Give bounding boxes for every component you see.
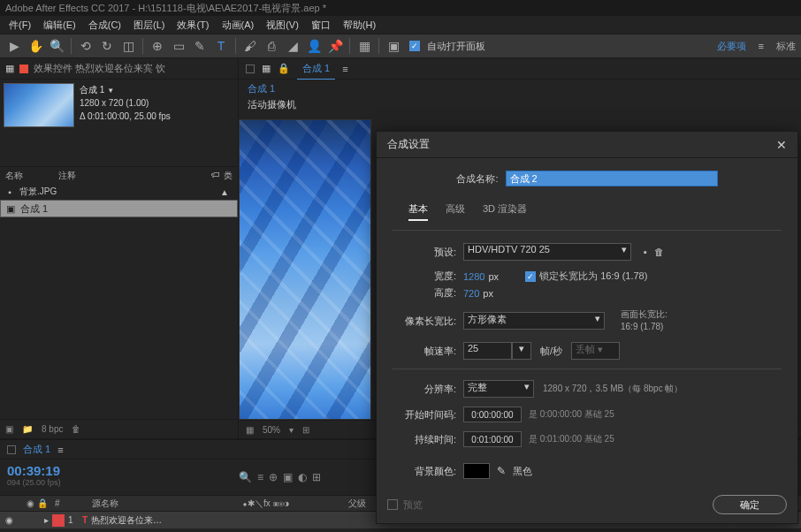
preview-label: 预览 xyxy=(403,498,423,512)
layer-viewer-icon[interactable]: ▦ xyxy=(262,63,271,74)
fps-dropdown[interactable]: ▾ xyxy=(512,342,531,360)
height-input[interactable]: 720 xyxy=(463,288,479,299)
brush-tool-icon[interactable]: 🖌 xyxy=(241,37,259,55)
pen-tool-icon[interactable]: ✎ xyxy=(191,37,209,55)
col-name[interactable]: 名称 xyxy=(5,170,23,182)
visibility-icon[interactable]: ◉ xyxy=(5,515,13,525)
menu-layer[interactable]: 图层(L) xyxy=(128,17,170,34)
tl-icon[interactable]: ⊞ xyxy=(312,471,321,483)
panel-menu-icon[interactable]: ▦ xyxy=(5,63,14,74)
puppet-tool-icon[interactable]: 📌 xyxy=(326,37,344,55)
grid-icon[interactable]: ▦ xyxy=(246,425,254,435)
zoom-tool-icon[interactable]: 🔍 xyxy=(48,37,65,55)
frame-aspect-value: 16:9 (1.78) xyxy=(621,321,668,333)
menu-window[interactable]: 窗口 xyxy=(306,17,336,34)
menu-animation[interactable]: 动画(A) xyxy=(217,17,260,34)
title-bar: Adobe After Effects CC 2017 - H:\151118-… xyxy=(0,0,801,16)
workspace-essential[interactable]: 必要项 xyxy=(717,40,746,53)
composition-view[interactable] xyxy=(239,119,371,420)
workspace-standard[interactable]: 标准 xyxy=(776,40,796,53)
tag-icon[interactable]: 🏷 xyxy=(211,170,220,182)
start-tc-input[interactable] xyxy=(463,407,522,422)
preview-checkbox[interactable] xyxy=(387,499,398,510)
viewer-toggle-icon[interactable] xyxy=(246,65,255,73)
lock-icon[interactable]: 🔒 xyxy=(278,63,290,74)
shape-tool-icon[interactable]: ▭ xyxy=(170,37,187,55)
selection-tool-icon[interactable]: ▶ xyxy=(5,37,23,55)
layer-name[interactable]: 热烈欢迎各位来… xyxy=(88,514,162,527)
save-preset-icon[interactable]: ▪ xyxy=(644,247,647,257)
eyedropper-icon[interactable]: ✎ xyxy=(497,465,506,477)
delete-preset-icon[interactable]: 🗑 xyxy=(654,247,664,257)
auto-open-checkbox[interactable]: ✓ xyxy=(409,41,420,51)
col-source-name[interactable]: 源名称 xyxy=(83,498,242,510)
timeline-tab[interactable]: 合成 1 xyxy=(23,443,50,456)
fps-unit: 帧/秒 xyxy=(540,345,562,358)
resolution-icon[interactable]: ⊞ xyxy=(302,425,309,435)
clone-tool-icon[interactable]: ⎙ xyxy=(263,37,280,55)
toolbar: ▶ ✋ 🔍 ⟲ ↻ ◫ ⊕ ▭ ✎ T 🖌 ⎙ ◢ 👤 📌 ▦ ▣ ✓ 自动打开… xyxy=(0,34,801,58)
current-timecode[interactable]: 00:39:19 xyxy=(7,463,76,478)
tab-basic[interactable]: 基本 xyxy=(408,202,428,221)
lock-aspect-checkbox[interactable]: ✓ xyxy=(525,271,536,282)
lock-aspect-label: 锁定长宽比为 16:9 (1.78) xyxy=(539,270,647,281)
preset-select[interactable]: HDV/HDTV 720 25▾ xyxy=(463,243,631,261)
timeline-toggle-icon[interactable] xyxy=(7,445,16,454)
comp-name-input[interactable] xyxy=(506,171,718,186)
bg-color-swatch[interactable] xyxy=(463,463,490,479)
workspace-menu-icon[interactable]: ≡ xyxy=(759,41,764,51)
bpc-button[interactable]: 8 bpc xyxy=(42,424,63,434)
anchor-tool-icon[interactable]: ⊕ xyxy=(149,37,166,55)
close-icon[interactable]: ✕ xyxy=(776,138,787,152)
breadcrumb[interactable]: 合成 1 xyxy=(248,82,275,95)
tl-icon[interactable]: ◐ xyxy=(298,471,307,483)
menu-view[interactable]: 视图(V) xyxy=(261,17,304,34)
tl-icon[interactable]: ▣ xyxy=(283,471,293,483)
text-tool-icon[interactable]: T xyxy=(212,37,230,55)
zoom-level[interactable]: 50% xyxy=(263,425,280,435)
duration-input[interactable] xyxy=(463,431,522,447)
par-select[interactable]: 方形像素▾ xyxy=(463,312,605,330)
ok-button[interactable]: 确定 xyxy=(713,495,787,514)
tab-3d-renderer[interactable]: 3D 渲染器 xyxy=(483,202,527,221)
rotate-tool-icon[interactable]: ↻ xyxy=(98,37,116,55)
trash-icon[interactable]: 🗑 xyxy=(72,424,80,434)
eraser-tool-icon[interactable]: ◢ xyxy=(284,37,301,55)
menu-composition[interactable]: 合成(C) xyxy=(83,17,126,34)
project-item[interactable]: ▣ 合成 1 xyxy=(0,200,238,217)
camera-tool-icon[interactable]: ◫ xyxy=(119,37,137,55)
project-item[interactable]: ▪ 背景.JPG ▲ xyxy=(0,184,238,200)
frame-aspect-label: 画面长宽比: xyxy=(621,308,668,321)
mask-tool-icon[interactable]: ▦ xyxy=(355,37,373,55)
menu-file[interactable]: 件(F) xyxy=(4,17,36,34)
menu-edit[interactable]: 编辑(E) xyxy=(38,17,81,34)
fps-label: 帧速率: xyxy=(393,345,463,358)
col-type[interactable]: 类 xyxy=(224,170,233,182)
panel-icon[interactable]: ▣ xyxy=(385,37,402,55)
start-tc-note: 是 0:00:00:00 基础 25 xyxy=(529,408,614,421)
layer-color-icon[interactable] xyxy=(52,514,65,527)
panel-close-icon[interactable] xyxy=(19,65,28,73)
interpret-icon[interactable]: ▣ xyxy=(5,424,13,434)
roto-tool-icon[interactable]: 👤 xyxy=(305,37,323,55)
col-comment[interactable]: 注释 xyxy=(58,170,76,182)
orbit-tool-icon[interactable]: ⟲ xyxy=(77,37,95,55)
viewer-tab[interactable]: 合成 1 xyxy=(297,58,335,80)
comp-info: 合成 1 ▼ 1280 x 720 (1.00) Δ 0:01:00:00, 2… xyxy=(0,80,238,131)
project-list[interactable]: ▪ 背景.JPG ▲ ▣ 合成 1 xyxy=(0,184,238,419)
width-input[interactable]: 1280 xyxy=(463,271,484,282)
menu-effect[interactable]: 效果(T) xyxy=(172,17,214,34)
tab-menu-icon[interactable]: ≡ xyxy=(342,64,347,74)
tl-icon[interactable]: ⊕ xyxy=(269,471,278,483)
tab-advanced[interactable]: 高级 xyxy=(446,202,465,221)
resolution-select[interactable]: 完整▾ xyxy=(463,380,534,398)
menu-help[interactable]: 帮助(H) xyxy=(338,17,381,34)
folder-icon[interactable]: 📁 xyxy=(22,424,33,434)
start-tc-label: 开始时间码: xyxy=(393,408,463,422)
comp-dimensions: 1280 x 720 (1.00) xyxy=(80,96,171,110)
fps-input[interactable]: 25 xyxy=(463,342,512,360)
hand-tool-icon[interactable]: ✋ xyxy=(27,37,44,55)
effect-controls-tab[interactable]: 效果控件 热烈欢迎各位来宾 饮 xyxy=(34,62,165,75)
search-icon[interactable]: 🔍 xyxy=(239,471,252,483)
tl-icon[interactable]: ≡ xyxy=(257,471,263,483)
